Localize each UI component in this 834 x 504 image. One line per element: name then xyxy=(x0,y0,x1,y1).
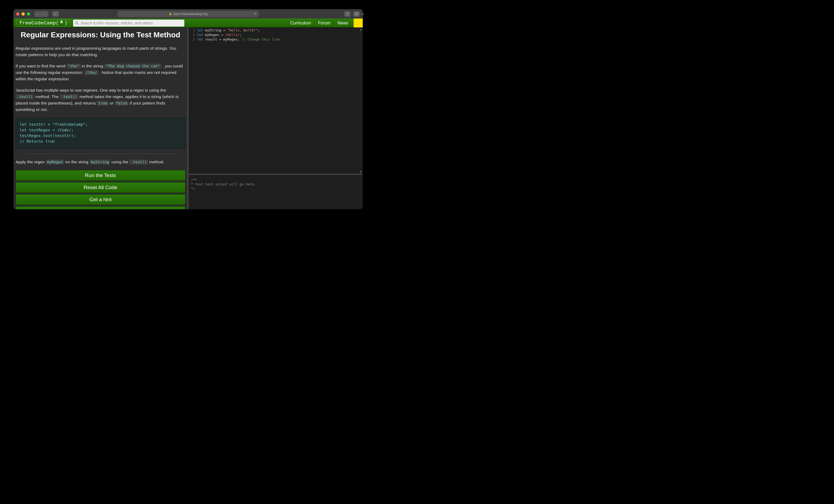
browser-window: ‹ › 🔒 learn.freecodecamp.org ↻ freeCodeC… xyxy=(14,9,363,209)
code-false: false xyxy=(115,101,129,106)
lesson-intro: Regular expressions are used in programm… xyxy=(16,45,185,58)
kw: let xyxy=(197,33,203,37)
code-myregex: myRegex xyxy=(46,159,64,165)
search-icon xyxy=(75,21,79,25)
lesson-title: Regular Expressions: Using the Test Meth… xyxy=(16,30,185,39)
ask-help-button[interactable]: Ask for help xyxy=(16,206,185,209)
reg: /Hello/ xyxy=(225,33,239,37)
sidebar-icon xyxy=(54,13,58,15)
search-box[interactable] xyxy=(73,20,184,27)
id: myRegex xyxy=(205,33,219,37)
editor-pane: ▲ 1 2 3 let myString = "Hello, World!"; … xyxy=(188,27,363,209)
text: JavaScript has multiple ways to use rege… xyxy=(16,88,166,92)
task-text: Apply the regex myRegex on the string my… xyxy=(16,159,185,165)
op: = xyxy=(221,28,227,32)
svg-rect-4 xyxy=(355,13,358,15)
share-icon xyxy=(346,12,349,16)
kw: let xyxy=(197,28,203,32)
text: If you want to find the word xyxy=(16,64,67,68)
nav-forum[interactable]: Forum xyxy=(318,21,330,25)
scroll-up-icon[interactable]: ▲ xyxy=(360,28,361,31)
minimize-window-button[interactable] xyxy=(22,13,25,16)
id: result xyxy=(205,37,217,41)
get-hint-button[interactable]: Get a hint xyxy=(16,194,185,205)
text: in the string xyxy=(81,64,105,68)
svg-line-6 xyxy=(78,24,79,25)
search-input[interactable] xyxy=(80,21,182,25)
text: on the string xyxy=(64,159,89,164)
text: method. The xyxy=(34,94,60,99)
tabs-button[interactable] xyxy=(353,11,360,17)
fire-icon xyxy=(59,20,64,26)
reload-icon[interactable]: ↻ xyxy=(254,12,257,16)
console-line: /** xyxy=(191,178,360,182)
code-sentence: "The dog chased the cat" xyxy=(104,64,161,68)
code-the-regex: /the/ xyxy=(84,70,98,75)
example-codeblock: let testStr = "freeCodeCamp"; let testRe… xyxy=(16,118,185,148)
svg-rect-3 xyxy=(355,13,358,15)
url-bar[interactable]: 🔒 learn.freecodecamp.org ↻ xyxy=(118,11,259,17)
lock-icon: 🔒 xyxy=(169,13,172,15)
code-mystring: myString xyxy=(89,159,110,165)
text: or xyxy=(109,101,114,105)
share-button[interactable] xyxy=(344,11,351,17)
scroll-down-icon[interactable]: ▼ xyxy=(360,170,361,173)
id: myString xyxy=(205,28,221,32)
code-line: let myString = "Hello, World!"; xyxy=(197,28,280,32)
code-test2: .test() xyxy=(60,94,78,99)
menu-button[interactable] xyxy=(354,19,363,27)
console-line: */ xyxy=(191,187,360,191)
new-tab-button[interactable]: + xyxy=(359,12,376,17)
line-number: 2 xyxy=(188,32,195,37)
url-text: learn.freecodecamp.org xyxy=(173,12,207,16)
back-button[interactable]: ‹ xyxy=(35,11,41,17)
op: = xyxy=(217,37,223,41)
op: ; xyxy=(239,33,242,37)
maximize-window-button[interactable] xyxy=(27,13,30,16)
nav-curriculum[interactable]: Curriculum xyxy=(290,21,311,25)
op: ; xyxy=(238,37,242,41)
code-test: .test() xyxy=(16,94,34,99)
text: Apply the regex xyxy=(16,159,46,164)
traffic-lights xyxy=(16,13,30,16)
lesson-pane[interactable]: Regular Expressions: Using the Test Meth… xyxy=(14,27,188,209)
line-gutter: 1 2 3 xyxy=(188,27,197,174)
nav-links: Curriculum Forum News xyxy=(290,21,348,25)
separator xyxy=(26,154,175,154)
brand-logo[interactable]: freeCodeCamp( ) xyxy=(17,19,70,27)
main-area: Regular Expressions: Using the Test Meth… xyxy=(14,27,363,209)
op: ; xyxy=(258,28,260,32)
code-test3: .test() xyxy=(130,159,148,165)
text: method. xyxy=(148,159,164,164)
output-console: /** * Your test output will go here. */ xyxy=(188,174,363,209)
run-tests-button[interactable]: Run the Tests xyxy=(16,170,185,181)
svg-point-5 xyxy=(75,21,78,24)
code-lines[interactable]: let myString = "Hello, World!"; let myRe… xyxy=(197,27,280,174)
sidebar-toggle-button[interactable] xyxy=(52,11,59,17)
tabs-icon xyxy=(355,13,358,16)
reset-code-button[interactable]: Reset All Code xyxy=(16,182,185,193)
nav-news[interactable]: News xyxy=(337,21,348,25)
code-true: true xyxy=(97,101,109,106)
close-window-button[interactable] xyxy=(16,13,19,16)
forward-button[interactable]: › xyxy=(41,11,48,17)
titlebar: ‹ › 🔒 learn.freecodecamp.org ↻ xyxy=(14,9,363,19)
id: myRegex xyxy=(223,37,238,41)
lesson-p3: JavaScript has multiple ways to use rege… xyxy=(16,87,185,113)
nav-buttons: ‹ › xyxy=(35,11,48,17)
line-number: 3 xyxy=(188,37,195,42)
comment: // Change this line xyxy=(242,37,280,41)
brand-text: freeCodeCamp( xyxy=(19,20,59,26)
brand-close: ) xyxy=(64,20,67,26)
code-line: let result = myRegex; // Change this lin… xyxy=(197,37,280,42)
lesson-p2: If you want to find the word "the" in th… xyxy=(16,63,185,82)
console-line: * Your test output will go here. xyxy=(191,182,360,187)
op: = xyxy=(219,33,225,37)
code-the: "the" xyxy=(67,64,81,68)
line-number: 1 xyxy=(188,28,195,32)
str: "Hello, World!" xyxy=(227,28,258,32)
text: using the xyxy=(110,159,130,164)
code-editor[interactable]: ▲ 1 2 3 let myString = "Hello, World!"; … xyxy=(188,27,363,174)
titlebar-right xyxy=(344,11,360,17)
svg-rect-0 xyxy=(54,13,58,15)
